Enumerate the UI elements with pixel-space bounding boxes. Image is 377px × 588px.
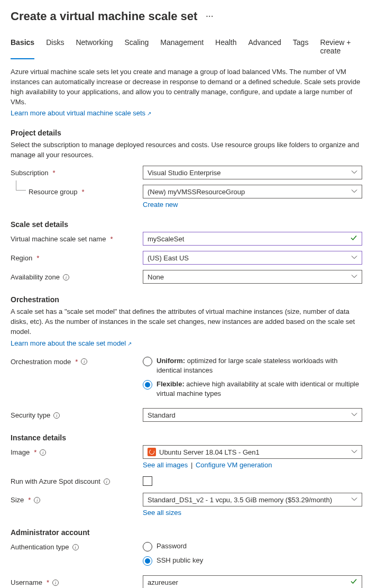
availability-zone-label: Availability zone i: [11, 270, 143, 281]
section-instance-heading: Instance details: [11, 433, 366, 442]
chevron-down-icon: [351, 411, 357, 419]
tab-basics[interactable]: Basics: [11, 38, 34, 59]
section-orchestration-heading: Orchestration: [11, 295, 366, 304]
resource-group-label: Resource group*: [11, 185, 143, 196]
chevron-down-icon: [351, 496, 357, 504]
orchestration-flexible-radio[interactable]: Flexible: achieve high availability at s…: [143, 379, 362, 399]
section-scaleset-heading: Scale set details: [11, 220, 366, 229]
section-project-desc: Select the subscription to manage deploy…: [11, 140, 366, 160]
username-label: Username* i: [11, 575, 143, 586]
create-new-rg-link[interactable]: Create new: [143, 201, 178, 209]
auth-password-radio[interactable]: Password: [143, 541, 362, 551]
image-label: Image* i: [11, 445, 143, 456]
info-icon[interactable]: i: [63, 274, 69, 281]
see-all-sizes-link[interactable]: See all sizes: [143, 509, 181, 517]
valid-check-icon: [350, 578, 357, 587]
resource-group-select[interactable]: (New) myVMSSResourceGroup: [143, 185, 362, 198]
vmss-name-input[interactable]: myScaleSet: [143, 232, 362, 246]
subscription-select[interactable]: Visual Studio Enterprise: [143, 166, 362, 179]
tab-health[interactable]: Health: [215, 38, 236, 59]
info-icon[interactable]: i: [40, 449, 46, 456]
external-link-icon: ↗: [147, 111, 151, 116]
region-label: Region*: [11, 251, 143, 262]
image-select[interactable]: Ubuntu Server 18.04 LTS - Gen1: [143, 445, 362, 459]
username-input[interactable]: azureuser: [143, 575, 362, 588]
learn-more-vmss-link[interactable]: Learn more about virtual machine scale s…: [11, 109, 151, 117]
tab-management[interactable]: Management: [160, 38, 204, 59]
spot-discount-label: Run with Azure Spot discount i: [11, 474, 143, 485]
chevron-down-icon: [351, 448, 357, 456]
configure-vm-generation-link[interactable]: Configure VM generation: [196, 461, 272, 469]
tab-tags[interactable]: Tags: [293, 38, 309, 59]
info-icon[interactable]: i: [72, 544, 79, 550]
orchestration-uniform-radio[interactable]: Uniform: optimized for large scale state…: [143, 356, 362, 375]
orchestration-mode-label: Orchestration mode* i: [11, 355, 143, 366]
radio-icon: [143, 542, 152, 551]
section-admin-heading: Administrator account: [11, 528, 366, 537]
tab-disks[interactable]: Disks: [46, 38, 64, 59]
valid-check-icon: [350, 234, 357, 243]
radio-selected-icon: [143, 556, 152, 566]
chevron-down-icon: [351, 188, 357, 196]
info-icon[interactable]: i: [104, 478, 110, 485]
intro-text: Azure virtual machine scale sets let you…: [11, 67, 366, 107]
size-label: Size* i: [11, 493, 143, 504]
availability-zone-select[interactable]: None: [143, 270, 362, 284]
radio-icon: [143, 357, 152, 366]
tab-advanced[interactable]: Advanced: [249, 38, 281, 59]
tab-networking[interactable]: Networking: [76, 38, 113, 59]
auth-type-label: Authentication type i: [11, 540, 143, 551]
external-link-icon: ↗: [127, 341, 132, 347]
auth-ssh-radio[interactable]: SSH public key: [143, 556, 362, 566]
security-type-label: Security type i: [11, 408, 143, 419]
section-project-heading: Project details: [11, 129, 366, 137]
region-select[interactable]: (US) East US: [143, 251, 362, 265]
security-type-select[interactable]: Standard: [143, 408, 362, 422]
vmss-name-label: Virtual machine scale set name*: [11, 232, 143, 243]
tab-review[interactable]: Review + create: [320, 38, 366, 59]
subscription-label: Subscription*: [11, 166, 143, 177]
page-title: Create a virtual machine scale set ···: [11, 10, 366, 23]
chevron-down-icon: [351, 169, 357, 177]
chevron-down-icon: [351, 254, 357, 262]
info-icon[interactable]: i: [81, 358, 87, 365]
tab-scaling[interactable]: Scaling: [124, 38, 149, 59]
more-icon[interactable]: ···: [206, 12, 214, 21]
ubuntu-icon: [148, 448, 156, 456]
info-icon[interactable]: i: [34, 497, 40, 503]
radio-selected-icon: [143, 380, 152, 390]
chevron-down-icon: [351, 273, 357, 281]
tab-bar: Basics Disks Networking Scaling Manageme…: [11, 38, 366, 60]
section-orchestration-desc: A scale set has a "scale set model" that…: [11, 307, 366, 337]
info-icon[interactable]: i: [52, 580, 59, 586]
info-icon[interactable]: i: [53, 412, 60, 419]
spot-discount-checkbox[interactable]: [143, 476, 152, 486]
see-all-images-link[interactable]: See all images: [143, 461, 188, 469]
size-select[interactable]: Standard_DS1_v2 - 1 vcpu, 3.5 GiB memory…: [143, 493, 362, 506]
learn-more-model-link[interactable]: Learn more about the scale set model↗: [11, 339, 132, 347]
